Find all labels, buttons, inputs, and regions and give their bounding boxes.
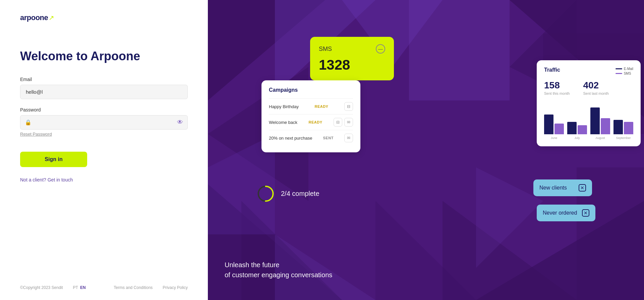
- legend-email-label: E-Mail: [624, 67, 633, 71]
- chart-label-july: July: [567, 136, 587, 140]
- password-group: Password 🔒 👁 Reset Password: [20, 107, 188, 137]
- campaign-icons-2: ⊟ ✉: [334, 118, 353, 127]
- page-title: Welcome to Arpoone: [20, 49, 188, 63]
- campaigns-card: Campaigns Happy Birthday READY ⊟ Welcome…: [261, 80, 360, 152]
- email-label: Email: [20, 77, 188, 82]
- campaign-status-3: SENT: [323, 136, 334, 140]
- campaign-row-1: Happy Birthday READY ⊟: [269, 98, 353, 114]
- campaign-name-3: 20% on next purchase: [269, 136, 312, 141]
- terms-link[interactable]: Terms and Conditions: [114, 285, 153, 290]
- tagline: Unleash the future of customer engaging …: [225, 260, 332, 280]
- email-group: Email: [20, 77, 188, 99]
- sms-bar-1: [578, 125, 587, 134]
- logo: arpoone↗: [20, 13, 188, 22]
- sms-bar-3: [624, 122, 633, 134]
- campaign-icons-3: ✉: [344, 134, 353, 142]
- email-bar-3: [613, 120, 623, 134]
- campaign-action-icon-3[interactable]: ✉: [344, 134, 353, 142]
- progress-circle-svg: [256, 184, 275, 203]
- email-input[interactable]: [20, 85, 188, 99]
- chart-label-june: June: [544, 136, 564, 140]
- password-input-wrapper: 🔒 👁: [20, 115, 188, 130]
- sms-card: SMS — 1328: [310, 37, 394, 80]
- campaign-name-1: Happy Birthday: [269, 104, 299, 109]
- traffic-card-header: Traffic E-Mail SMS: [544, 67, 633, 75]
- traffic-card-title: Traffic: [544, 67, 560, 73]
- campaign-status-2: READY: [309, 120, 323, 124]
- password-label: Password: [20, 107, 188, 112]
- chart-group-august: [590, 107, 610, 134]
- traffic-stat-this-month: 158 Sent this month: [544, 80, 570, 95]
- legend-email: E-Mail: [616, 67, 633, 71]
- chart-group-june: [544, 115, 564, 134]
- chart-group-july: [567, 122, 587, 134]
- traffic-stats: 158 Sent this month 402 Sent last month: [544, 80, 633, 95]
- chart-group-september: [613, 120, 633, 134]
- email-bar-1: [567, 122, 577, 134]
- privacy-link[interactable]: Privacy Policy: [163, 285, 188, 290]
- traffic-stat-last-month: 402 Sent last month: [583, 80, 608, 95]
- chart-labels: June July August September: [544, 136, 633, 140]
- sent-last-month-num: 402: [583, 80, 608, 91]
- email-input-wrapper: [20, 85, 188, 99]
- lang-en[interactable]: EN: [80, 285, 86, 290]
- campaigns-card-title: Campaigns: [269, 87, 353, 93]
- tagline-line2: of customer engaging conversations: [225, 270, 332, 280]
- new-clients-label: New clients: [539, 185, 567, 191]
- logo-text: arpoone: [20, 13, 48, 22]
- traffic-legend: E-Mail SMS: [616, 67, 633, 75]
- sms-bar-0: [554, 124, 564, 134]
- legend-sms: SMS: [616, 72, 633, 75]
- sms-card-number: 1328: [319, 57, 385, 73]
- sms-card-header: SMS —: [319, 44, 385, 54]
- email-bar-0: [544, 115, 553, 134]
- campaign-action-icon-1[interactable]: ⊟: [344, 102, 353, 111]
- reset-password-link[interactable]: Reset Password: [20, 132, 52, 137]
- progress-card: 2/4 complete: [256, 184, 319, 203]
- language-switcher: PT EN: [73, 285, 86, 290]
- not-client-link[interactable]: Not a client? Get in touch: [20, 177, 188, 182]
- progress-text: 2/4 complete: [281, 190, 319, 198]
- right-panel: SMS — 1328 Campaigns Happy Birthday READ…: [208, 0, 644, 300]
- chart-label-september: September: [613, 136, 633, 140]
- footer-links: Terms and Conditions Privacy Policy: [114, 285, 188, 290]
- campaign-status-1: READY: [314, 104, 328, 108]
- footer: ©Copyright 2023 Sendit PT EN Terms and C…: [20, 285, 188, 290]
- never-ordered-close-icon[interactable]: ✕: [582, 209, 589, 217]
- traffic-card: Traffic E-Mail SMS 158 Sent this month 4…: [537, 60, 641, 146]
- legend-sms-line: [616, 73, 622, 74]
- new-clients-close-icon[interactable]: ✕: [579, 184, 586, 192]
- chart-label-august: August: [590, 136, 610, 140]
- copyright: ©Copyright 2023 Sendit: [20, 285, 63, 290]
- sent-last-month-label: Sent last month: [583, 91, 608, 95]
- email-bar-2: [590, 107, 600, 134]
- logo-arrow: ↗: [49, 14, 54, 22]
- never-ordered-tag: Never ordered ✕: [537, 205, 595, 221]
- campaign-row-2: Welcome back READY ⊟ ✉: [269, 114, 353, 130]
- campaign-icons-1: ⊟: [344, 102, 353, 111]
- left-panel: arpoone↗ Welcome to Arpoone Email Passwo…: [0, 0, 208, 300]
- tagline-line1: Unleash the future: [225, 260, 332, 270]
- eye-icon[interactable]: 👁: [177, 119, 183, 126]
- lang-pt[interactable]: PT: [73, 285, 78, 290]
- sign-in-button[interactable]: Sign in: [20, 152, 87, 167]
- never-ordered-label: Never ordered: [543, 210, 577, 216]
- campaign-action-icon-2a[interactable]: ⊟: [334, 118, 342, 127]
- campaign-row-3: 20% on next purchase SENT ✉: [269, 130, 353, 146]
- lock-icon: 🔒: [25, 119, 32, 126]
- sms-options-icon[interactable]: —: [376, 44, 385, 54]
- campaign-action-icon-2b[interactable]: ✉: [344, 118, 353, 127]
- chart-bars: [544, 101, 633, 134]
- legend-sms-label: SMS: [624, 72, 631, 75]
- sent-this-month-num: 158: [544, 80, 570, 91]
- new-clients-tag: New clients ✕: [533, 179, 592, 196]
- campaign-name-2: Welcome back: [269, 120, 297, 125]
- traffic-chart: June July August September: [544, 101, 633, 140]
- sent-this-month-label: Sent this month: [544, 91, 570, 95]
- legend-email-line: [616, 68, 622, 69]
- sms-card-title: SMS: [319, 46, 332, 53]
- password-input[interactable]: [20, 115, 188, 130]
- sms-bar-2: [601, 118, 610, 134]
